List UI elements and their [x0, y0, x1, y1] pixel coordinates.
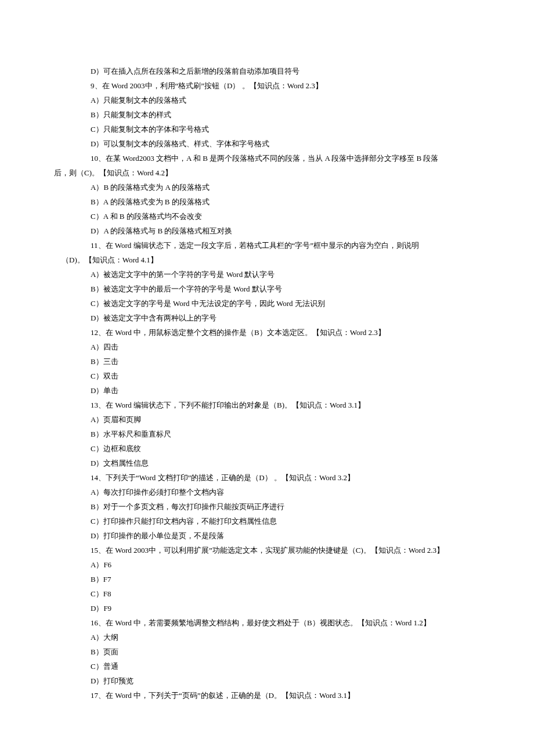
text-line: 16、在 Word 中，若需要频繁地调整文档结构，最好使文档处于（B）视图状态。… — [54, 615, 480, 630]
text-line: C）普通 — [54, 659, 480, 674]
text-line: D）A 的段落格式与 B 的段落格式相互对换 — [54, 224, 480, 238]
text-line: 9、在 Word 2003中，利用“格式刷”按钮（D） 。【知识点：Word 2… — [54, 78, 480, 93]
document-page: { "lines": [ { "cls": "indent-opt", "t":… — [0, 0, 534, 756]
text-line: C）边框和底纹 — [54, 441, 480, 456]
text-line: A）大纲 — [54, 630, 480, 645]
text-line: B）三击 — [54, 354, 480, 369]
text-line: B）页面 — [54, 645, 480, 659]
text-line: B）水平标尺和垂直标尺 — [54, 427, 480, 441]
text-line: 14、下列关于“Word 文档打印”的描述，正确的是（D） 。【知识点：Word… — [54, 470, 480, 485]
text-line: B）F7 — [54, 572, 480, 586]
text-line: A）页眉和页脚 — [54, 412, 480, 427]
text-line: C）F8 — [54, 586, 480, 601]
text-line: D）打印操作的最小单位是页，不是段落 — [54, 528, 480, 543]
text-line: B）被选定文字中的最后一个字符的字号是 Word 默认字号 — [54, 282, 480, 296]
text-line: A）F6 — [54, 557, 480, 572]
text-line: 15、在 Word 2003中，可以利用扩展”功能选定文本，实现扩展功能的快捷键… — [54, 543, 480, 557]
text-line: 11、在 Word 编辑状态下，选定一段文字后，若格式工具栏的“字号”框中显示的… — [54, 238, 480, 253]
content-area: D）可在插入点所在段落和之后新增的段落前自动添加项目符号9、在 Word 200… — [54, 64, 480, 703]
text-line: C）打印操作只能打印文档内容，不能打印文档属性信息 — [54, 514, 480, 528]
text-line: A）被选定文字中的第一个字符的字号是 Word 默认字号 — [54, 267, 480, 282]
text-line: C）双击 — [54, 369, 480, 383]
text-line: A）四击 — [54, 340, 480, 354]
text-line: D）可在插入点所在段落和之后新增的段落前自动添加项目符号 — [54, 64, 480, 78]
text-line: 13、在 Word 编辑状态下，下列不能打印输出的对象是（B)。【知识点：Wor… — [54, 398, 480, 412]
text-line: C）A 和 B 的段落格式均不会改变 — [54, 209, 480, 224]
text-line: A）B 的段落格式变为 A 的段落格式 — [54, 180, 480, 195]
text-line: B）对于一个多页文档，每次打印操作只能按页码正序进行 — [54, 499, 480, 514]
text-line: D）打印预览 — [54, 674, 480, 688]
text-line: D）被选定文字中含有两种以上的字号 — [54, 311, 480, 325]
text-line: 后，则（C)。【知识点：Word 4.2】 — [54, 165, 480, 180]
text-line: D）可以复制文本的段落格式、样式、字体和字号格式 — [54, 136, 480, 151]
text-line: B）只能复制文本的样式 — [54, 107, 480, 122]
text-line: D）单击 — [54, 383, 480, 398]
text-line: D）文档属性信息 — [54, 456, 480, 470]
text-line: 12、在 Word 中，用鼠标选定整个文档的操作是（B）文本选定区。【知识点：W… — [54, 325, 480, 340]
text-line: A）只能复制文本的段落格式 — [54, 93, 480, 107]
text-line: 10、在某 Word2003 文档中，A 和 B 是两个段落格式不同的段落，当从… — [54, 151, 480, 165]
text-line: D）F9 — [54, 601, 480, 615]
text-line: A）每次打印操作必须打印整个文档内容 — [54, 485, 480, 499]
text-line: B）A 的段落格式变为 B 的段落格式 — [54, 195, 480, 209]
text-line: C）只能复制文本的字体和字号格式 — [54, 122, 480, 136]
text-line: （D)。【知识点：Word 4.1】 — [54, 253, 480, 267]
text-line: C）被选定文字的字号是 Word 中无法设定的字号，因此 Word 无法识别 — [54, 296, 480, 311]
text-line: 17、在 Word 中，下列关于“页码”的叙述，正确的是（D。【知识点：Word… — [54, 688, 480, 703]
